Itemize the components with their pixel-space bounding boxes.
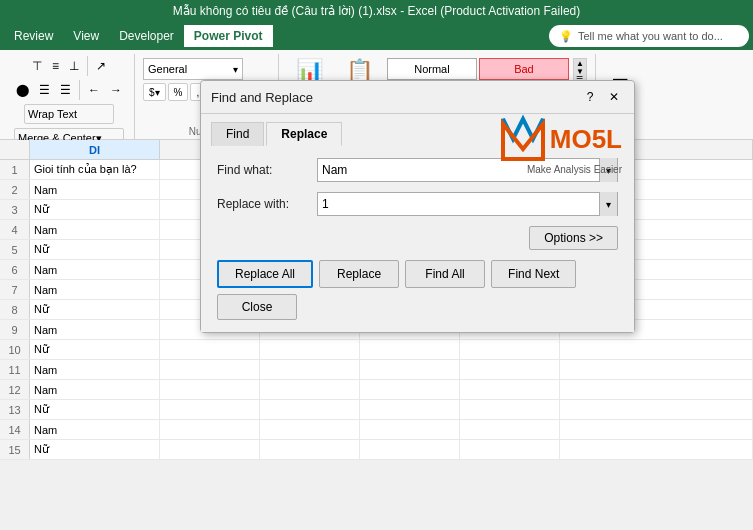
options-btn[interactable]: Options >>	[529, 226, 618, 250]
find-replace-dialog: Find and Replace ? ✕ Find Replace	[200, 80, 635, 333]
dialog-title: Find and Replace	[211, 90, 313, 105]
find-what-label: Find what:	[217, 163, 317, 177]
dialog-title-bar: Find and Replace ? ✕	[201, 81, 634, 114]
watermark-text: MO5L	[550, 124, 622, 155]
watermark-m-icon	[498, 114, 548, 164]
watermark-logo-area: MO5L	[498, 114, 622, 164]
replace-with-field: Replace with: ▾	[217, 192, 618, 216]
dialog-overlay: Find and Replace ? ✕ Find Replace	[0, 0, 753, 530]
find-next-btn[interactable]: Find Next	[491, 260, 576, 288]
replace-with-label: Replace with:	[217, 197, 317, 211]
watermark-tagline: Make Analysis Easier	[527, 164, 622, 175]
replace-with-input[interactable]	[318, 197, 599, 211]
replace-btn[interactable]: Replace	[319, 260, 399, 288]
replace-all-btn[interactable]: Replace All	[217, 260, 313, 288]
options-row: Options >>	[217, 226, 618, 250]
svg-marker-0	[503, 119, 543, 159]
replace-with-input-wrapper: ▾	[317, 192, 618, 216]
close-btn[interactable]: Close	[217, 294, 297, 320]
watermark: MO5L Make Analysis Easier	[498, 114, 622, 175]
svg-marker-1	[503, 124, 543, 159]
dialog-help-btn[interactable]: ?	[580, 87, 600, 107]
dialog-action-buttons: Replace All Replace Find All Find Next C…	[217, 260, 618, 320]
tab-find[interactable]: Find	[211, 122, 264, 146]
dialog-close-btn[interactable]: ✕	[604, 87, 624, 107]
dialog-content-area: Find Replace MO5L Make A	[201, 114, 634, 332]
find-all-btn[interactable]: Find All	[405, 260, 485, 288]
tab-replace[interactable]: Replace	[266, 122, 342, 146]
dialog-body: MO5L Make Analysis Easier Find what: ▾ R…	[201, 146, 634, 332]
dialog-window-controls: ? ✕	[580, 87, 624, 107]
replace-with-dropdown-btn[interactable]: ▾	[599, 192, 617, 216]
